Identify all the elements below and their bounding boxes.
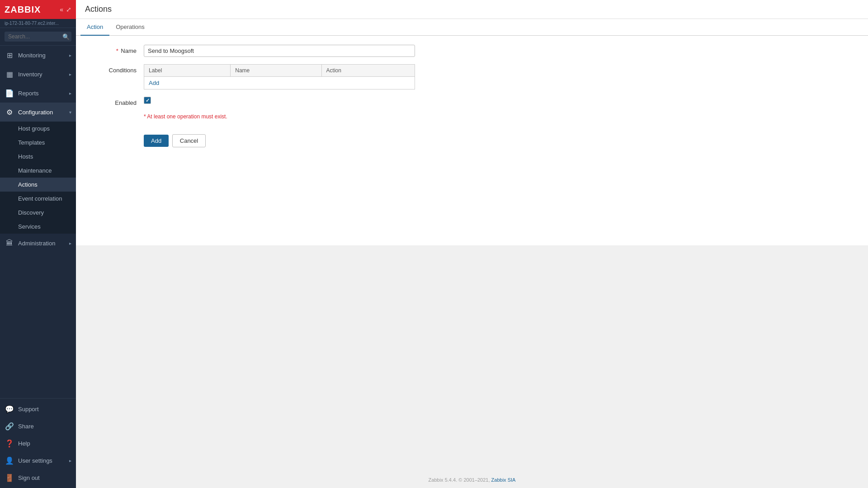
share-icon: 🔗 xyxy=(5,421,14,431)
user-settings-label: User settings xyxy=(18,457,69,464)
logo-text: ZABBIX xyxy=(5,5,41,15)
sidebar-item-configuration[interactable]: ⚙ Configuration ▾ xyxy=(0,103,76,122)
configuration-arrow: ▾ xyxy=(69,110,71,115)
conditions-add-cell: Add xyxy=(144,77,415,89)
conditions-row: Conditions Label Name Action xyxy=(90,64,854,89)
support-label: Support xyxy=(18,406,71,413)
search-icon[interactable]: 🔍 xyxy=(62,33,70,40)
configuration-icon: ⚙ xyxy=(5,107,14,117)
footer: Zabbix 5.4.4. © 2001–2021, Zabbix SIA xyxy=(76,472,868,488)
search-bar: 🔍 xyxy=(0,28,76,46)
form-area: * Name Conditions Label Name xyxy=(76,36,868,164)
enabled-control-wrap xyxy=(144,97,415,104)
error-label-spacer xyxy=(90,113,144,116)
help-label: Help xyxy=(18,440,71,447)
monitoring-arrow: ▸ xyxy=(69,53,71,58)
sidebar-item-user-settings[interactable]: 👤 User settings ▸ xyxy=(0,452,76,469)
page-header: Actions xyxy=(76,0,868,19)
page-title: Actions xyxy=(85,5,859,14)
conditions-col-action: Action xyxy=(321,65,415,77)
conditions-col-label: Label xyxy=(144,65,231,77)
conditions-label: Conditions xyxy=(90,64,144,74)
sidebar-item-hosts[interactable]: Hosts xyxy=(0,150,76,164)
reports-icon: 📄 xyxy=(5,88,14,98)
error-message: * At least one operation must exist. xyxy=(144,113,415,120)
enabled-checkbox[interactable] xyxy=(144,97,151,104)
reports-label: Reports xyxy=(18,90,69,97)
sidebar-item-maintenance[interactable]: Maintenance xyxy=(0,164,76,178)
sidebar-item-host-groups[interactable]: Host groups xyxy=(0,122,76,136)
action-buttons-wrap: Add Cancel xyxy=(144,134,415,147)
monitoring-icon: ⊞ xyxy=(5,50,14,60)
conditions-table: Label Name Action Add xyxy=(144,64,415,89)
reports-arrow: ▸ xyxy=(69,91,71,96)
conditions-control-wrap: Label Name Action Add xyxy=(144,64,415,89)
sidebar-item-services[interactable]: Services xyxy=(0,220,76,234)
tab-operations[interactable]: Operations xyxy=(109,19,151,36)
sidebar-item-templates[interactable]: Templates xyxy=(0,136,76,150)
add-button[interactable]: Add xyxy=(144,135,169,147)
sidebar-item-reports[interactable]: 📄 Reports ▸ xyxy=(0,84,76,103)
sidebar-item-administration[interactable]: 🏛 Administration ▸ xyxy=(0,234,76,253)
sidebar: ZABBIX « ⤢ ip-172-31-80-77.ec2.inter... … xyxy=(0,0,76,488)
enabled-row: Enabled xyxy=(90,97,854,106)
inventory-icon: ▦ xyxy=(5,69,14,79)
expand-icon[interactable]: ⤢ xyxy=(66,6,71,13)
enabled-checkbox-wrap xyxy=(144,97,415,104)
sidebar-item-discovery[interactable]: Discovery xyxy=(0,206,76,220)
logo-controls: « ⤢ xyxy=(60,6,71,13)
user-settings-arrow: ▸ xyxy=(69,458,71,463)
name-required-star: * xyxy=(116,47,118,54)
conditions-col-name: Name xyxy=(231,65,321,77)
content-area: Action Operations * Name Conditions xyxy=(76,19,868,245)
conditions-add-link[interactable]: Add xyxy=(149,80,159,86)
nav-section: ⊞ Monitoring ▸ ▦ Inventory ▸ 📄 Reports ▸… xyxy=(0,46,76,398)
sidebar-item-event-correlation[interactable]: Event correlation xyxy=(0,192,76,206)
sidebar-item-inventory[interactable]: ▦ Inventory ▸ xyxy=(0,65,76,84)
support-icon: 💬 xyxy=(5,404,14,414)
tabs-bar: Action Operations xyxy=(76,19,868,36)
administration-icon: 🏛 xyxy=(5,238,14,248)
cancel-button[interactable]: Cancel xyxy=(172,134,206,147)
sidebar-item-support[interactable]: 💬 Support xyxy=(0,400,76,418)
help-icon: ❓ xyxy=(5,438,14,448)
inventory-label: Inventory xyxy=(18,71,69,78)
sidebar-item-monitoring[interactable]: ⊞ Monitoring ▸ xyxy=(0,46,76,65)
sidebar-item-help[interactable]: ❓ Help xyxy=(0,435,76,452)
configuration-label: Configuration xyxy=(18,109,69,116)
error-control-wrap: * At least one operation must exist. xyxy=(144,113,415,127)
share-label: Share xyxy=(18,423,71,430)
sidebar-item-actions[interactable]: Actions xyxy=(0,178,76,192)
footer-text: Zabbix 5.4.4. © 2001–2021, xyxy=(429,477,490,483)
sidebar-url: ip-172-31-80-77.ec2.inter... xyxy=(0,19,76,28)
action-buttons-row: Add Cancel xyxy=(90,134,854,147)
monitoring-label: Monitoring xyxy=(18,52,69,59)
action-buttons-spacer xyxy=(90,134,144,137)
tab-action[interactable]: Action xyxy=(80,19,109,36)
inventory-arrow: ▸ xyxy=(69,72,71,77)
collapse-icon[interactable]: « xyxy=(60,6,63,13)
configuration-subnav: Host groups Templates Hosts Maintenance … xyxy=(0,122,76,234)
conditions-add-row: Add xyxy=(144,77,415,89)
name-row: * Name xyxy=(90,45,854,57)
main-content: Actions Action Operations * Name Conditi… xyxy=(76,0,868,488)
sidebar-item-share[interactable]: 🔗 Share xyxy=(0,418,76,435)
sidebar-logo: ZABBIX « ⤢ xyxy=(0,0,76,19)
sidebar-item-sign-out[interactable]: 🚪 Sign out xyxy=(0,469,76,486)
administration-label: Administration xyxy=(18,240,69,247)
administration-arrow: ▸ xyxy=(69,241,71,246)
name-control-wrap xyxy=(144,45,415,57)
sign-out-label: Sign out xyxy=(18,474,71,481)
search-input[interactable] xyxy=(5,32,71,42)
name-input[interactable] xyxy=(144,45,415,57)
user-settings-icon: 👤 xyxy=(5,455,14,465)
enabled-label: Enabled xyxy=(90,97,144,106)
sign-out-icon: 🚪 xyxy=(5,473,14,483)
footer-link[interactable]: Zabbix SIA xyxy=(491,477,516,483)
error-row: * At least one operation must exist. xyxy=(90,113,854,127)
name-label: * Name xyxy=(90,45,144,54)
sidebar-bottom: 💬 Support 🔗 Share ❓ Help 👤 User settings… xyxy=(0,398,76,488)
